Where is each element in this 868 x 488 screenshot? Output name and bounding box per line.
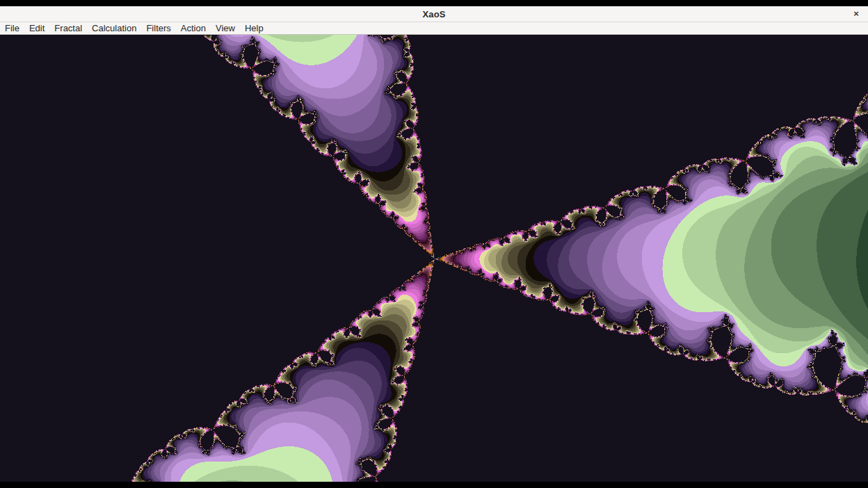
menu-filters[interactable]: Filters <box>141 23 175 34</box>
fractal-canvas[interactable] <box>0 35 868 482</box>
menu-help[interactable]: Help <box>240 23 268 34</box>
window-title: XaoS <box>423 9 446 19</box>
menu-action[interactable]: Action <box>176 23 211 34</box>
top-letterbox-strip <box>0 0 868 6</box>
menu-calculation[interactable]: Calculation <box>87 23 141 34</box>
close-icon[interactable]: × <box>849 7 863 21</box>
menu-file[interactable]: File <box>0 23 24 34</box>
screen: XaoS × File Edit Fractal Calculation Fil… <box>0 0 868 488</box>
menu-fractal[interactable]: Fractal <box>49 23 87 34</box>
menubar: File Edit Fractal Calculation Filters Ac… <box>0 22 868 35</box>
menu-edit[interactable]: Edit <box>24 23 49 34</box>
titlebar[interactable]: XaoS × <box>0 6 868 22</box>
menu-view[interactable]: View <box>211 23 240 34</box>
bottom-letterbox-strip <box>0 482 868 488</box>
